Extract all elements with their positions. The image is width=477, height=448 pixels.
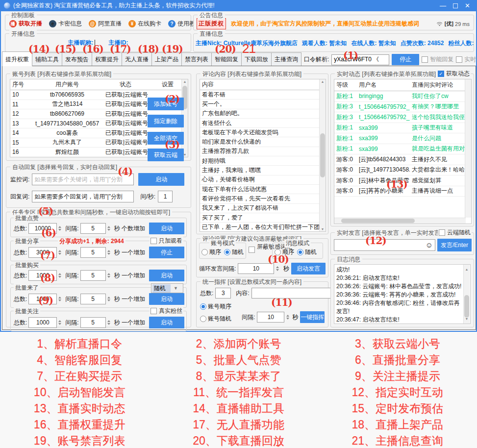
realtime-mute-checkbox[interactable]: 实时禁言 bbox=[456, 55, 477, 64]
control-panel-button[interactable]: e 卡密信息 bbox=[49, 20, 82, 28]
realtime-row[interactable]: 新粉:1 sxa399 就是吃益生菌有用对吗 bbox=[334, 144, 471, 155]
comment-row[interactable]: 老板现在下单今天还能发货吗 bbox=[200, 128, 326, 137]
share-interval-input[interactable] bbox=[80, 247, 106, 258]
comment-row[interactable]: 有送些什么 bbox=[200, 119, 326, 128]
account-mode-order-radio[interactable]: 顺序 bbox=[201, 248, 221, 256]
loop-interval-spinner[interactable] bbox=[276, 266, 281, 271]
share-stop-button[interactable]: 停止 bbox=[149, 247, 184, 258]
came-total-spinner[interactable] bbox=[58, 297, 64, 301]
comment-text: 有送些什么 bbox=[200, 119, 326, 127]
realtime-row[interactable]: 新粉:1 sxa399 是什么问题 bbox=[334, 133, 471, 144]
callout-20: (20) bbox=[215, 43, 236, 55]
realtime-row[interactable]: 游客:0 [云]tb5648244303 主播好久不见 bbox=[334, 154, 471, 165]
annotation-item: 2、添加两个账号 bbox=[159, 336, 318, 352]
realtime-comment: 主播好久不见 bbox=[410, 155, 471, 164]
follow-interval-input[interactable] bbox=[80, 317, 106, 328]
control-panel-button[interactable]: ¥ 在线购卡 bbox=[128, 20, 161, 28]
tab-mute-list[interactable]: 禁言列表 bbox=[181, 52, 212, 66]
realtime-row[interactable]: 新粉:3 t_1506646795792_... 送个给我我送给我侄子 bbox=[334, 112, 471, 123]
license-badge: 正版授权 bbox=[197, 18, 226, 29]
follow-start-button[interactable]: 启动 bbox=[149, 317, 184, 328]
stop-button[interactable]: 停止 bbox=[392, 54, 419, 65]
account-order-radio[interactable]: 账号顺序 bbox=[200, 302, 231, 311]
smart-reply-checkbox[interactable]: 智能回复 bbox=[422, 55, 453, 64]
unified-interval-spinner[interactable] bbox=[286, 315, 290, 320]
comment-row[interactable]: 已下单，差一人团，各位大哥们帮忙拼一下团 bbox=[200, 223, 326, 232]
account-random-radio[interactable]: 账号随机 bbox=[200, 315, 231, 323]
comment-row[interactable]: 心动，关键看价格啊 bbox=[200, 175, 326, 185]
came-start-button[interactable]: 启动 bbox=[149, 293, 184, 305]
buy-total-spinner[interactable] bbox=[58, 273, 64, 278]
comment-row[interactable]: 买了买了，爱了 bbox=[200, 213, 326, 223]
comment-row[interactable]: 好期待哦 bbox=[200, 156, 326, 166]
account-mode-random-radio[interactable]: 随机 bbox=[224, 248, 244, 256]
log-line: 20:36:26: 云端账号: 林中暮色晶莹雪，发言成功! bbox=[336, 282, 462, 291]
share-interval-spinner[interactable] bbox=[107, 250, 113, 255]
reply-interval-input[interactable] bbox=[158, 191, 173, 202]
realtime-row[interactable]: 新粉:3 t_1506646795792_... 有抽奖？哪里哪里 bbox=[334, 102, 471, 113]
follow-interval-spinner[interactable] bbox=[107, 320, 113, 325]
control-panel-button[interactable]: 播 获取开播 bbox=[9, 20, 42, 28]
realtime-user: t_1506646795792_... bbox=[357, 103, 410, 110]
like-interval-spinner[interactable] bbox=[107, 226, 113, 231]
maximize-button[interactable] bbox=[453, 3, 458, 8]
comments-scrollbar[interactable]: ▲▼ bbox=[319, 79, 326, 231]
comment-row[interactable]: 买一个。 bbox=[200, 100, 326, 109]
batch-buy-group: 批量购买 总数: 间隔: 秒 一个增加 启动 bbox=[10, 265, 187, 284]
batch-like-group: 批量点赞 总数: 间隔: 秒 个数增加 启动 bbox=[10, 218, 187, 237]
reply-word-input[interactable] bbox=[32, 191, 134, 202]
emoji-icon[interactable]: ☺ bbox=[426, 241, 433, 249]
watch-only-checkbox[interactable]: 只加观看 bbox=[150, 237, 183, 245]
like-interval-input[interactable] bbox=[80, 223, 106, 234]
command-parse-input[interactable] bbox=[331, 54, 389, 65]
tab-boost-weight[interactable]: 提升权重 bbox=[2, 51, 32, 66]
log-scrollbar[interactable]: ▲▼ bbox=[463, 265, 470, 324]
cloud-random-checkbox[interactable]: 云端随机 bbox=[438, 228, 472, 237]
realtime-vscrollbar[interactable] bbox=[465, 79, 471, 218]
comment-text: 广东包邮的吧。 bbox=[200, 109, 326, 118]
speak-enter-button[interactable]: 发言/Enter bbox=[437, 239, 472, 251]
one-key-command-button[interactable]: 一键指挥 bbox=[300, 311, 325, 323]
auto-reply-start-button[interactable]: 启动 bbox=[138, 173, 184, 186]
minimize-button[interactable]: — bbox=[440, 2, 446, 9]
unified-interval-input[interactable] bbox=[257, 312, 284, 323]
comment-row[interactable]: 咱们家是发什么快递的 bbox=[200, 137, 326, 147]
comment-row[interactable]: 主播好，我来啦，嘿嘿 bbox=[200, 166, 326, 175]
like-total-spinner[interactable] bbox=[58, 226, 64, 231]
annotation-item: 20、下载直播回放 bbox=[159, 433, 318, 448]
tab-anchor-query[interactable]: 主播查询 bbox=[271, 52, 301, 66]
like-start-button[interactable]: 启动 bbox=[149, 223, 184, 234]
fetch-activity-checkbox[interactable]: ✓获取动态 bbox=[437, 70, 471, 78]
realtime-row[interactable]: 游客:0 [云]t_14977130458... 大货都拿出来！哈哈 bbox=[334, 165, 471, 176]
came-mode-dropdown[interactable]: 随机 ▼ bbox=[151, 283, 183, 293]
realtime-row[interactable]: 新粉:1 bringingg 我盯住你了cw bbox=[334, 91, 471, 102]
comment-row[interactable]: 广东包邮的吧。 bbox=[200, 109, 326, 119]
message-mode-random-radio[interactable]: 随机 bbox=[297, 248, 317, 256]
came-interval-input[interactable] bbox=[80, 294, 106, 304]
close-button[interactable]: ✕ bbox=[465, 2, 470, 9]
follow-total-input[interactable] bbox=[28, 317, 57, 328]
comment-text: 主播推荐推荐几款 bbox=[200, 147, 326, 155]
control-panel-button[interactable]: @ 阿里直播 bbox=[89, 20, 122, 28]
share-total-spinner[interactable] bbox=[58, 250, 64, 255]
realtime-comment: 就是吃益生菌有用对吗 bbox=[410, 145, 471, 153]
comment-row[interactable]: 现在下单有什么活动优惠 bbox=[200, 185, 326, 194]
comment-row[interactable]: 主播推荐推荐几款 bbox=[200, 147, 326, 156]
delete-selected-button[interactable]: 指定删除 bbox=[148, 115, 184, 127]
buy-interval-input[interactable] bbox=[80, 270, 106, 281]
comment-row[interactable]: 看评价觉得不错，先买一次看看先 bbox=[200, 194, 326, 203]
came-interval-spinner[interactable] bbox=[107, 297, 113, 301]
comments-header: 内容 bbox=[200, 79, 326, 90]
realtime-hscrollbar[interactable] bbox=[334, 218, 466, 224]
comment-row[interactable]: 我又来了，上次买了都说不错 bbox=[200, 204, 326, 213]
block-sensitive-checkbox[interactable]: 屏蔽敏感词汇 bbox=[249, 244, 270, 253]
annotation-legend: 1、解析直播口令 2、添加两个账号 3、获取云端小号 4、智能客服回复 5、批量… bbox=[0, 332, 477, 448]
comment-row[interactable]: 看着不错 bbox=[200, 90, 326, 100]
real-fans-checkbox[interactable]: 真实粉丝 bbox=[150, 307, 183, 315]
realtime-row[interactable]: 新粉:1 sxa399 孩子嘴里有味道 bbox=[334, 123, 471, 134]
follow-total-spinner[interactable] bbox=[58, 320, 64, 325]
buy-interval-spinner[interactable] bbox=[107, 273, 113, 278]
buy-start-button[interactable]: 启动 bbox=[149, 270, 184, 281]
unified-total-input[interactable] bbox=[215, 288, 231, 299]
start-speaking-button[interactable]: 启动发言 bbox=[291, 263, 326, 274]
